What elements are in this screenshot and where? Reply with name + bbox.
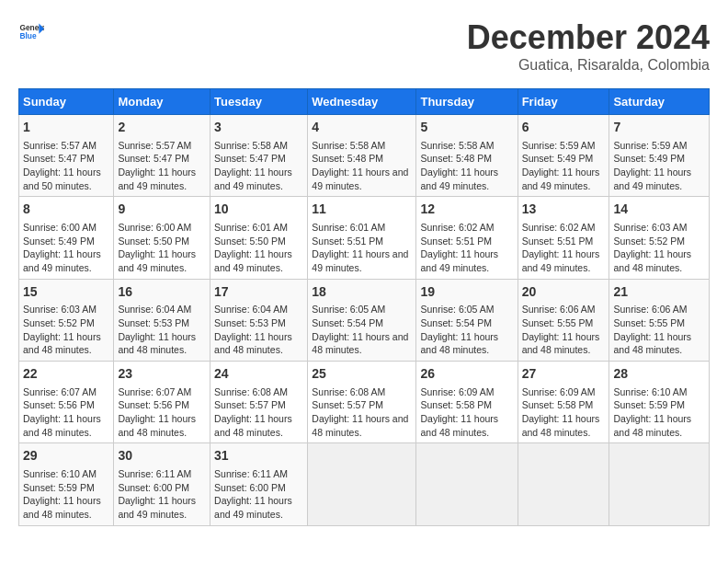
sunset-time: Sunset: 5:49 PM <box>613 153 685 164</box>
day-number: 17 <box>214 283 303 302</box>
daylight-hours: Daylight: 11 hours and 49 minutes. <box>522 167 600 191</box>
calendar-cell: 23Sunrise: 6:07 AMSunset: 5:56 PMDayligh… <box>114 362 210 443</box>
weekday-header-tuesday: Tuesday <box>210 89 308 115</box>
daylight-hours: Daylight: 11 hours and 48 minutes. <box>312 331 408 356</box>
sunrise-time: Sunrise: 5:58 AM <box>214 140 288 151</box>
day-number: 27 <box>522 365 606 384</box>
calendar-cell: 7Sunrise: 5:59 AMSunset: 5:49 PMDaylight… <box>609 115 710 197</box>
sunrise-time: Sunrise: 6:11 AM <box>118 468 191 479</box>
sunset-time: Sunset: 5:59 PM <box>23 482 95 493</box>
sunrise-time: Sunrise: 6:01 AM <box>312 222 385 233</box>
daylight-hours: Daylight: 11 hours and 49 minutes. <box>118 248 196 273</box>
calendar-week-row: 8Sunrise: 6:00 AMSunset: 5:49 PMDaylight… <box>19 197 710 279</box>
calendar-cell: 31Sunrise: 6:11 AMSunset: 6:00 PMDayligh… <box>210 443 308 525</box>
sunset-time: Sunset: 5:58 PM <box>522 399 594 410</box>
sunset-time: Sunset: 5:47 PM <box>214 153 286 164</box>
sunrise-time: Sunrise: 5:59 AM <box>613 140 687 151</box>
daylight-hours: Daylight: 11 hours and 49 minutes. <box>214 495 292 520</box>
calendar-body: 1Sunrise: 5:57 AMSunset: 5:47 PMDaylight… <box>19 115 710 526</box>
sunrise-time: Sunrise: 6:03 AM <box>23 304 97 315</box>
day-number: 25 <box>312 365 412 384</box>
calendar-week-row: 15Sunrise: 6:03 AMSunset: 5:52 PMDayligh… <box>19 279 710 361</box>
logo-icon: General Blue <box>18 18 44 44</box>
title-area: December 2024 Guatica, Risaralda, Colomb… <box>467 18 710 74</box>
calendar-cell: 29Sunrise: 6:10 AMSunset: 5:59 PMDayligh… <box>19 443 114 525</box>
sunrise-time: Sunrise: 6:02 AM <box>522 222 596 233</box>
calendar-cell: 8Sunrise: 6:00 AMSunset: 5:49 PMDaylight… <box>19 197 114 279</box>
day-number: 8 <box>23 201 109 219</box>
daylight-hours: Daylight: 11 hours and 48 minutes. <box>23 495 101 520</box>
day-number: 15 <box>23 283 109 302</box>
calendar-cell: 18Sunrise: 6:05 AMSunset: 5:54 PMDayligh… <box>308 279 416 361</box>
calendar-cell: 20Sunrise: 6:06 AMSunset: 5:55 PMDayligh… <box>518 279 609 361</box>
calendar-cell: 13Sunrise: 6:02 AMSunset: 5:51 PMDayligh… <box>518 197 609 279</box>
calendar-cell: 26Sunrise: 6:09 AMSunset: 5:58 PMDayligh… <box>416 362 518 443</box>
sunset-time: Sunset: 5:55 PM <box>522 317 594 328</box>
sunset-time: Sunset: 5:49 PM <box>23 236 95 247</box>
daylight-hours: Daylight: 11 hours and 49 minutes. <box>214 248 292 273</box>
sunset-time: Sunset: 6:00 PM <box>118 482 189 493</box>
day-number: 13 <box>522 201 606 219</box>
calendar-cell: 4Sunrise: 5:58 AMSunset: 5:48 PMDaylight… <box>308 115 416 197</box>
day-number: 4 <box>312 119 412 137</box>
calendar-cell: 9Sunrise: 6:00 AMSunset: 5:50 PMDaylight… <box>114 197 210 279</box>
calendar-cell <box>518 443 609 525</box>
sunrise-time: Sunrise: 5:59 AM <box>522 140 596 151</box>
calendar-cell: 28Sunrise: 6:10 AMSunset: 5:59 PMDayligh… <box>609 362 710 443</box>
sunset-time: Sunset: 5:53 PM <box>214 317 286 328</box>
sunset-time: Sunset: 5:54 PM <box>312 317 383 328</box>
day-number: 2 <box>118 119 206 137</box>
sunset-time: Sunset: 5:50 PM <box>214 236 286 247</box>
calendar-cell <box>308 443 416 525</box>
day-number: 5 <box>420 119 513 137</box>
day-number: 31 <box>214 447 303 465</box>
daylight-hours: Daylight: 11 hours and 49 minutes. <box>613 167 691 191</box>
sunset-time: Sunset: 5:57 PM <box>214 399 286 410</box>
day-number: 20 <box>522 283 606 302</box>
sunset-time: Sunset: 5:49 PM <box>522 153 594 164</box>
sunset-time: Sunset: 5:59 PM <box>613 399 685 410</box>
day-number: 18 <box>312 283 412 302</box>
daylight-hours: Daylight: 11 hours and 49 minutes. <box>312 167 408 191</box>
daylight-hours: Daylight: 11 hours and 48 minutes. <box>214 331 292 356</box>
daylight-hours: Daylight: 11 hours and 49 minutes. <box>214 167 292 191</box>
daylight-hours: Daylight: 11 hours and 48 minutes. <box>613 413 691 438</box>
sunrise-time: Sunrise: 6:10 AM <box>613 386 687 397</box>
day-number: 11 <box>312 201 412 219</box>
sunrise-time: Sunrise: 6:08 AM <box>312 386 385 397</box>
sunrise-time: Sunrise: 6:00 AM <box>23 222 97 233</box>
sunset-time: Sunset: 5:52 PM <box>613 236 685 247</box>
calendar-cell: 12Sunrise: 6:02 AMSunset: 5:51 PMDayligh… <box>416 197 518 279</box>
day-number: 1 <box>23 119 109 137</box>
weekday-header-wednesday: Wednesday <box>308 89 416 115</box>
calendar-cell: 30Sunrise: 6:11 AMSunset: 6:00 PMDayligh… <box>114 443 210 525</box>
daylight-hours: Daylight: 11 hours and 49 minutes. <box>118 167 196 191</box>
sunset-time: Sunset: 5:48 PM <box>312 153 383 164</box>
sunrise-time: Sunrise: 6:06 AM <box>613 304 687 315</box>
sunset-time: Sunset: 5:50 PM <box>118 236 189 247</box>
sunrise-time: Sunrise: 6:06 AM <box>522 304 596 315</box>
daylight-hours: Daylight: 11 hours and 49 minutes. <box>420 167 498 191</box>
daylight-hours: Daylight: 11 hours and 49 minutes. <box>23 248 101 273</box>
logo: General Blue <box>18 18 44 44</box>
daylight-hours: Daylight: 11 hours and 49 minutes. <box>420 248 498 273</box>
day-number: 10 <box>214 201 303 219</box>
sunset-time: Sunset: 5:56 PM <box>118 399 189 410</box>
sunset-time: Sunset: 6:00 PM <box>214 482 286 493</box>
day-number: 19 <box>420 283 513 302</box>
calendar-cell <box>609 443 710 525</box>
svg-text:Blue: Blue <box>19 31 36 40</box>
calendar-week-row: 29Sunrise: 6:10 AMSunset: 5:59 PMDayligh… <box>19 443 710 525</box>
calendar-cell: 15Sunrise: 6:03 AMSunset: 5:52 PMDayligh… <box>19 279 114 361</box>
daylight-hours: Daylight: 11 hours and 48 minutes. <box>23 413 101 438</box>
header: General Blue December 2024 Guatica, Risa… <box>18 18 710 74</box>
location-subtitle: Guatica, Risaralda, Colombia <box>467 57 710 74</box>
sunrise-time: Sunrise: 6:09 AM <box>522 386 596 397</box>
sunrise-time: Sunrise: 6:08 AM <box>214 386 288 397</box>
sunset-time: Sunset: 5:55 PM <box>613 317 685 328</box>
daylight-hours: Daylight: 11 hours and 48 minutes. <box>522 413 600 438</box>
sunrise-time: Sunrise: 6:11 AM <box>214 468 288 479</box>
calendar-cell: 11Sunrise: 6:01 AMSunset: 5:51 PMDayligh… <box>308 197 416 279</box>
calendar-cell: 10Sunrise: 6:01 AMSunset: 5:50 PMDayligh… <box>210 197 308 279</box>
calendar-week-row: 1Sunrise: 5:57 AMSunset: 5:47 PMDaylight… <box>19 115 710 197</box>
